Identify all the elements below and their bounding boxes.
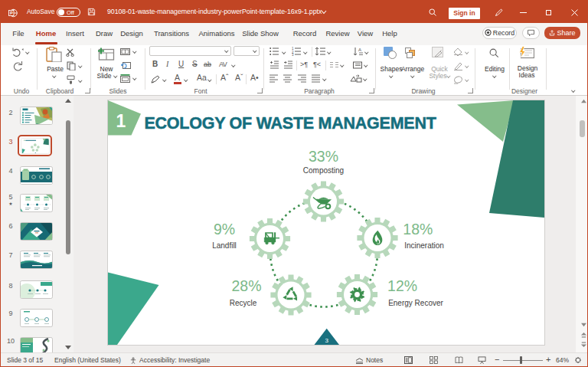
svg-text:18%: 18% [403,221,433,238]
svg-text:3: 3 [325,337,329,344]
svg-text:Landfill: Landfill [212,241,237,250]
svg-text:Recycle: Recycle [230,299,257,307]
svg-text:P: P [10,11,13,15]
svg-text:9%: 9% [214,221,235,238]
svg-text:1: 1 [116,111,126,131]
svg-text:28%: 28% [231,277,261,294]
svg-text:Incineration: Incineration [404,241,444,250]
svg-text:A: A [358,48,361,52]
svg-text:Energy Recover: Energy Recover [388,299,443,307]
svg-text:ECOLOGY OF WASTE MANAGEMENT: ECOLOGY OF WASTE MANAGEMENT [145,114,436,133]
svg-text:12%: 12% [387,277,417,294]
svg-text:33%: 33% [309,148,338,165]
svg-text:Composting: Composting [303,166,344,175]
svg-text:3: 3 [292,53,294,56]
